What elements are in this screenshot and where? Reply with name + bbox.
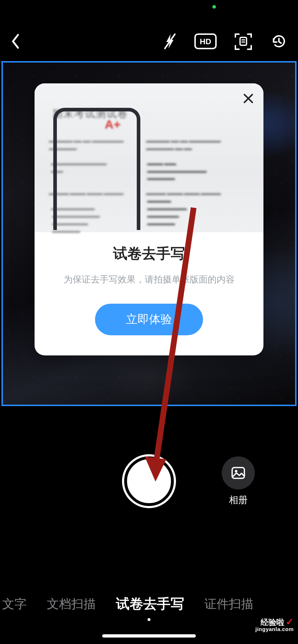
album-entry[interactable]: 相册 [222, 456, 255, 506]
modal-close-button[interactable] [240, 91, 256, 106]
watermark: 经验啦✓ jingyanla.com [255, 617, 294, 632]
watermark-url: jingyanla.com [255, 626, 294, 632]
top-toolbar: HD [0, 0, 298, 61]
gallery-icon [230, 464, 247, 482]
flash-toggle[interactable] [163, 33, 177, 50]
close-icon [243, 93, 254, 104]
svg-rect-2 [240, 37, 247, 45]
modal-subtitle: 为保证去手写效果，请拍摄单张版面的内容 [49, 273, 249, 286]
mode-tab-id-scan[interactable]: 证件扫描 [194, 596, 263, 612]
history-button[interactable] [270, 32, 288, 50]
mode-tab-handwriting[interactable]: 试卷去手写 [106, 595, 194, 613]
modal-title: 试卷去手写 [49, 244, 249, 263]
mode-tabs[interactable]: 文字 文档扫描 试卷去手写 证件扫描 [0, 595, 298, 613]
phone-outline-graphic [53, 108, 140, 230]
home-indicator [102, 634, 196, 638]
mode-tab-doc-scan[interactable]: 文档扫描 [37, 596, 106, 612]
album-button[interactable] [222, 456, 255, 489]
svg-point-6 [235, 470, 238, 473]
scan-frame-button[interactable] [234, 32, 253, 51]
back-button[interactable] [10, 33, 21, 50]
hd-label: HD [200, 37, 211, 46]
shutter-button[interactable] [124, 456, 174, 506]
checkmark-icon: ✓ [286, 616, 294, 627]
capture-row: 相册 [0, 449, 298, 514]
onboarding-modal: 期末考试测试卷 A+ ▬▬▬▬▬▬ ▬▬ ▬▬ ▬▬▬▬▬▬▬▬▬▬▬▬▬▬▬ … [35, 83, 263, 355]
modal-illustration: 期末考试测试卷 A+ ▬▬▬▬▬▬ ▬▬ ▬▬ ▬▬▬▬▬▬▬▬▬▬▬▬▬▬▬ … [35, 83, 263, 232]
album-label: 相册 [222, 494, 255, 506]
watermark-text: 经验啦 [261, 618, 284, 627]
modal-cta-button[interactable]: 立即体验 [95, 304, 203, 335]
hd-toggle[interactable]: HD [194, 33, 217, 49]
mode-indicator-dot [148, 618, 150, 621]
mode-tab-text[interactable]: 文字 [0, 596, 37, 612]
svg-rect-5 [232, 468, 244, 478]
